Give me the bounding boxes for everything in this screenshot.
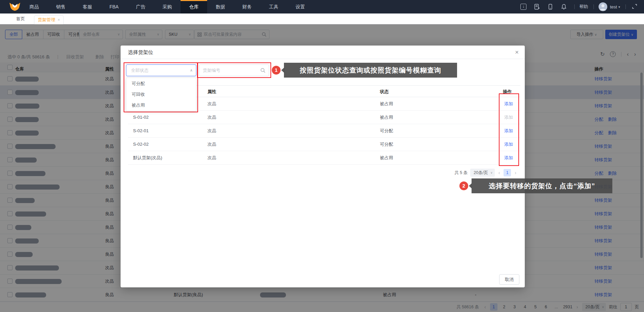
dropdown-option[interactable]: 被占用 bbox=[126, 100, 196, 111]
shelf-code-input[interactable] bbox=[203, 68, 260, 73]
status-dropdown-panel: 可分配可回收被占用 bbox=[126, 78, 196, 111]
status-value: 被占用 bbox=[380, 151, 393, 164]
download-icon[interactable]: ↓ bbox=[520, 4, 526, 10]
nav-item-4[interactable]: FBA bbox=[101, 0, 127, 13]
top-nav: 商品销售客服FBA广告采购仓库数据财务工具设置 ↓ 帮助 bbox=[0, 0, 644, 13]
nav-item-6[interactable]: 采购 bbox=[154, 0, 181, 13]
modal-page-size-select[interactable]: 20条/页∨ bbox=[470, 169, 494, 177]
attribute-value: 次品 bbox=[207, 138, 216, 151]
step-2-badge: 2 bbox=[459, 181, 468, 190]
modal-next-page-icon[interactable]: › bbox=[514, 170, 517, 175]
step-2-tooltip: 选择要转移的货架位，点击“添加” bbox=[472, 178, 612, 193]
fullscreen-icon[interactable] bbox=[632, 4, 638, 10]
nav-item-10[interactable]: 工具 bbox=[260, 0, 287, 13]
add-link[interactable]: 添加 bbox=[504, 97, 513, 110]
attribute-value: 次品 bbox=[207, 151, 216, 164]
col-operation: 操作 bbox=[503, 86, 512, 97]
modal-table-row: S-02-01次品可分配添加 bbox=[128, 124, 520, 138]
chevron-up-icon: ∧ bbox=[190, 65, 193, 76]
modal-table-row: S-01-02次品被占用添加 bbox=[128, 111, 520, 124]
attribute-value: 次品 bbox=[207, 97, 216, 110]
nav-item-3[interactable]: 客服 bbox=[74, 0, 101, 13]
search-icon[interactable] bbox=[260, 68, 265, 73]
screen: 商品销售客服FBA广告采购仓库数据财务工具设置 ↓ 帮助 bbox=[0, 0, 644, 312]
modal-total-count: 共 5 条 bbox=[454, 170, 468, 176]
status-value: 被占用 bbox=[380, 97, 393, 110]
add-link[interactable]: 添加 bbox=[504, 151, 513, 164]
close-icon[interactable]: × bbox=[515, 46, 519, 59]
col-status: 状态 bbox=[380, 86, 389, 97]
modal-header: 选择货架位 × bbox=[121, 46, 525, 59]
modal-current-page[interactable]: 1 bbox=[504, 169, 511, 176]
tab-close-icon[interactable]: × bbox=[58, 18, 60, 22]
nav-divider bbox=[574, 4, 575, 9]
tab-bar: 首页 货架管理× bbox=[0, 13, 644, 24]
mobile-icon[interactable] bbox=[547, 4, 553, 10]
tooltip-arrow bbox=[281, 67, 284, 73]
nav-item-8[interactable]: 数据 bbox=[207, 0, 234, 13]
nav-right: ↓ 帮助 test ▾ bbox=[520, 0, 644, 13]
nav-item-2[interactable]: 销售 bbox=[47, 0, 74, 13]
status-value: 可分配 bbox=[380, 138, 393, 151]
shelf-code: S-02-01 bbox=[133, 124, 149, 137]
nav-item-11[interactable]: 设置 bbox=[287, 0, 314, 13]
modal-pagination: 共 5 条 20条/页∨ ‹ 1 › bbox=[454, 169, 517, 177]
status-placeholder: 全部状态 bbox=[131, 68, 149, 73]
nav-divider bbox=[593, 4, 594, 9]
nav-item-7[interactable]: 仓库 bbox=[181, 0, 207, 13]
add-link[interactable]: 添加 bbox=[504, 124, 513, 137]
dropdown-option[interactable]: 可回收 bbox=[126, 89, 196, 100]
step-1-badge: 1 bbox=[272, 66, 281, 75]
tab-shelf-management[interactable]: 货架管理× bbox=[34, 15, 64, 25]
attribute-value: 次品 bbox=[207, 111, 216, 124]
nav-item-1[interactable]: 商品 bbox=[21, 0, 47, 13]
doc-add-icon[interactable] bbox=[534, 4, 540, 10]
user-avatar[interactable] bbox=[599, 2, 607, 11]
user-name[interactable]: test bbox=[610, 4, 617, 9]
chevron-down-icon: ∨ bbox=[490, 169, 493, 177]
modal-title: 选择货架位 bbox=[128, 46, 153, 59]
tab-home[interactable]: 首页 bbox=[16, 13, 25, 24]
help-link[interactable]: 帮助 bbox=[579, 4, 588, 10]
nav-item-5[interactable]: 广告 bbox=[127, 0, 154, 13]
bell-icon[interactable] bbox=[561, 4, 567, 10]
attribute-value: 次品 bbox=[207, 124, 216, 137]
col-attribute: 属性 bbox=[207, 86, 216, 97]
status-value: 可分配 bbox=[380, 124, 393, 137]
shelf-code: S-02-02 bbox=[133, 138, 149, 151]
status-value: 被占用 bbox=[380, 111, 393, 124]
nav-menu: 商品销售客服FBA广告采购仓库数据财务工具设置 bbox=[21, 0, 314, 13]
dropdown-option[interactable]: 可分配 bbox=[126, 78, 196, 89]
nav-item-9[interactable]: 财务 bbox=[234, 0, 260, 13]
tab-label: 货架管理 bbox=[38, 17, 55, 22]
shelf-code: S-01-02 bbox=[133, 111, 149, 124]
user-caret-icon[interactable]: ▾ bbox=[618, 5, 620, 9]
add-link[interactable]: 添加 bbox=[504, 111, 513, 124]
shelf-code: 默认货架(次品) bbox=[133, 151, 162, 164]
modal-table-row: 默认货架(次品)次品被占用添加 bbox=[128, 151, 520, 165]
add-link[interactable]: 添加 bbox=[504, 138, 513, 151]
tooltip-arrow bbox=[469, 183, 472, 189]
brand-logo-icon bbox=[9, 2, 21, 11]
step-1-tooltip: 按照货架位状态查询或按照货架编号模糊查询 bbox=[284, 63, 457, 78]
status-filter-select[interactable]: 全部状态 ∧ bbox=[126, 64, 196, 76]
modal-prev-page-icon[interactable]: ‹ bbox=[497, 170, 501, 175]
nav-divider bbox=[625, 4, 626, 9]
cancel-button[interactable]: 取消 bbox=[499, 274, 519, 285]
modal-table-row: S-02-02次品可分配添加 bbox=[128, 138, 520, 151]
shelf-code-search bbox=[199, 64, 269, 76]
